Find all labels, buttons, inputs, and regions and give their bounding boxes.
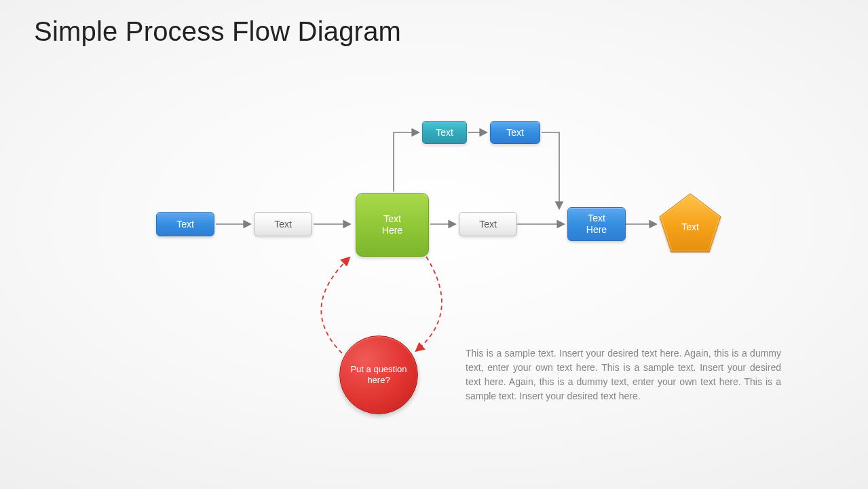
node-label: Text bbox=[436, 127, 453, 139]
node-step-grey-1[interactable]: Text bbox=[254, 212, 312, 236]
node-label: Text bbox=[176, 219, 194, 230]
node-step-grey-2[interactable]: Text bbox=[459, 212, 517, 236]
connectors-layer bbox=[0, 0, 868, 489]
node-step-blue-2[interactable]: Text Here bbox=[567, 207, 626, 241]
node-decision-green[interactable]: Text Here bbox=[356, 193, 429, 257]
node-end-pentagon[interactable]: Text bbox=[658, 192, 722, 253]
node-label: Text bbox=[658, 192, 722, 253]
node-question-circle[interactable]: Put a question here? bbox=[339, 336, 418, 414]
dashed-arc-right bbox=[417, 257, 442, 350]
description-text: This is a sample text. Insert your desir… bbox=[466, 346, 781, 403]
node-label: Put a question here? bbox=[348, 364, 409, 385]
arrow-top2-down bbox=[542, 132, 559, 208]
node-start-blue[interactable]: Text bbox=[156, 212, 214, 236]
slide-title: Simple Process Flow Diagram bbox=[34, 16, 401, 47]
node-label: Text bbox=[274, 219, 292, 230]
node-label: Text Here bbox=[586, 213, 607, 236]
node-branch-blue[interactable]: Text bbox=[490, 121, 540, 144]
node-branch-teal[interactable]: Text bbox=[422, 121, 467, 144]
node-label: Text bbox=[479, 219, 497, 230]
node-label: Text bbox=[506, 127, 524, 139]
dashed-arc-left bbox=[321, 258, 349, 353]
node-label: Text Here bbox=[382, 213, 402, 236]
slide-canvas: Simple Process Flow Diagram bbox=[0, 0, 868, 489]
arrow-n3-top1 bbox=[394, 132, 418, 192]
